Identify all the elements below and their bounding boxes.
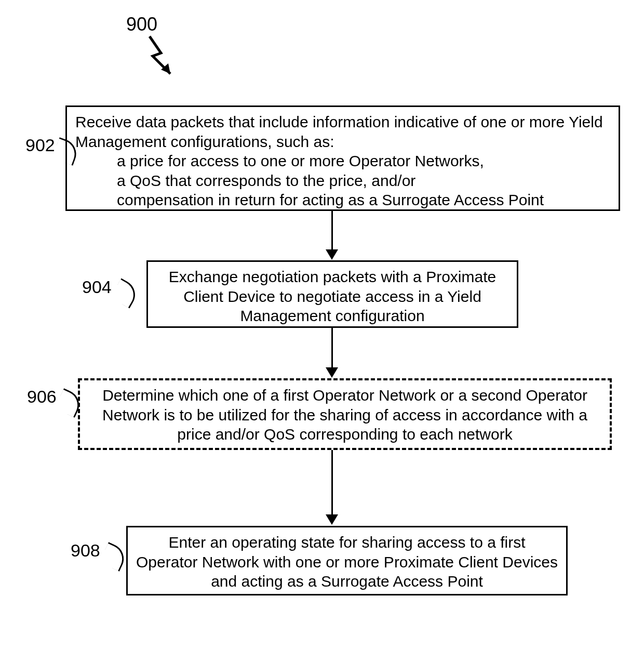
step-902-bullet-2: a QoS that corresponds to the price, and… bbox=[75, 171, 610, 191]
arrow-904-906-head-icon bbox=[326, 367, 338, 378]
step-902-intro: Receive data packets that include inform… bbox=[75, 112, 610, 151]
step-904-label: 904 bbox=[82, 277, 112, 297]
arrow-906-908-head-icon bbox=[326, 514, 338, 525]
step-904-text: Exchange negotiation packets with a Prox… bbox=[169, 268, 496, 324]
step-906-box: Determine which one of a first Operator … bbox=[78, 378, 612, 450]
step-902-box: Receive data packets that include inform… bbox=[65, 105, 620, 211]
figure-pointer-icon bbox=[140, 33, 187, 80]
arrow-904-906-shaft bbox=[331, 328, 333, 368]
step-902-bullet-3: compensation in return for acting as a S… bbox=[75, 190, 610, 210]
arrow-902-904-shaft bbox=[331, 211, 333, 250]
step-902-label: 902 bbox=[25, 135, 55, 155]
flowchart-canvas: 900 Receive data packets that include in… bbox=[0, 0, 644, 649]
step-908-box: Enter an operating state for sharing acc… bbox=[126, 526, 568, 595]
step-906-label: 906 bbox=[27, 387, 57, 407]
arrow-902-904-head-icon bbox=[326, 249, 338, 260]
step-904-box: Exchange negotiation packets with a Prox… bbox=[146, 260, 518, 328]
step-902-bullet-1: a price for access to one or more Operat… bbox=[75, 151, 610, 171]
step-908-label: 908 bbox=[71, 540, 100, 561]
figure-number: 900 bbox=[126, 14, 157, 35]
step-904-hook-icon bbox=[110, 278, 141, 309]
arrow-906-908-shaft bbox=[331, 450, 333, 515]
step-906-text: Determine which one of a first Operator … bbox=[102, 387, 587, 443]
step-908-text: Enter an operating state for sharing acc… bbox=[136, 534, 558, 590]
step-908-hook-icon bbox=[99, 542, 129, 572]
